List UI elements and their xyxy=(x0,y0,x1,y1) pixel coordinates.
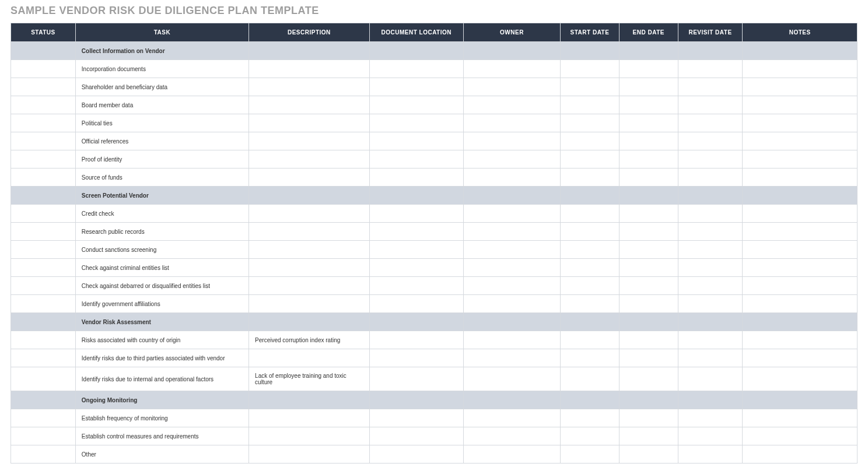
cell-end xyxy=(619,409,678,427)
cell-task: Identify government affiliations xyxy=(75,295,249,313)
cell-notes xyxy=(743,96,858,114)
cell-notes xyxy=(743,60,858,78)
cell-start xyxy=(561,409,620,427)
cell-end xyxy=(619,42,678,60)
cell-task: Political ties xyxy=(75,114,249,132)
cell-owner xyxy=(463,132,560,150)
cell-start xyxy=(561,367,620,391)
cell-revisit xyxy=(678,132,743,150)
section-row: Collect Information on Vendor xyxy=(11,42,858,60)
cell-location xyxy=(369,445,463,464)
cell-location xyxy=(369,349,463,367)
cell-start xyxy=(561,445,620,464)
cell-notes xyxy=(743,78,858,96)
cell-owner xyxy=(463,78,560,96)
col-task: TASK xyxy=(75,23,249,42)
cell-end xyxy=(619,367,678,391)
cell-status xyxy=(11,367,76,391)
cell-revisit xyxy=(678,168,743,187)
cell-task: Collect Information on Vendor xyxy=(75,42,249,60)
cell-description xyxy=(249,259,370,277)
cell-notes xyxy=(743,445,858,464)
cell-description xyxy=(249,313,370,331)
cell-owner xyxy=(463,205,560,223)
cell-owner xyxy=(463,168,560,187)
table-row: Political ties xyxy=(11,114,858,132)
cell-owner xyxy=(463,187,560,205)
cell-notes xyxy=(743,391,858,409)
cell-end xyxy=(619,349,678,367)
col-revisit: REVISIT DATE xyxy=(678,23,743,42)
cell-start xyxy=(561,205,620,223)
table-row: Official references xyxy=(11,132,858,150)
cell-task: Check against debarred or disqualified e… xyxy=(75,277,249,295)
table-row: Conduct sanctions screening xyxy=(11,241,858,259)
cell-notes xyxy=(743,331,858,349)
table-row: Check against debarred or disqualified e… xyxy=(11,277,858,295)
cell-end xyxy=(619,241,678,259)
cell-owner xyxy=(463,331,560,349)
cell-owner xyxy=(463,391,560,409)
cell-description xyxy=(249,277,370,295)
cell-task: Shareholder and beneficiary data xyxy=(75,78,249,96)
cell-start xyxy=(561,313,620,331)
cell-location xyxy=(369,132,463,150)
cell-task: Ongoing Monitoring xyxy=(75,391,249,409)
cell-notes xyxy=(743,168,858,187)
cell-start xyxy=(561,168,620,187)
table-row: Credit check xyxy=(11,205,858,223)
cell-task: Source of funds xyxy=(75,168,249,187)
cell-description xyxy=(249,42,370,60)
cell-end xyxy=(619,60,678,78)
table-row: Establish control measures and requireme… xyxy=(11,427,858,445)
cell-description xyxy=(249,114,370,132)
cell-revisit xyxy=(678,331,743,349)
cell-start xyxy=(561,259,620,277)
cell-status xyxy=(11,168,76,187)
cell-description: Perceived corruption index rating xyxy=(249,331,370,349)
cell-status xyxy=(11,150,76,168)
cell-location xyxy=(369,259,463,277)
cell-status xyxy=(11,60,76,78)
cell-revisit xyxy=(678,96,743,114)
table-row: Proof of identity xyxy=(11,150,858,168)
cell-revisit xyxy=(678,313,743,331)
table-row: Incorporation documents xyxy=(11,60,858,78)
cell-notes xyxy=(743,132,858,150)
cell-revisit xyxy=(678,367,743,391)
cell-status xyxy=(11,78,76,96)
cell-end xyxy=(619,445,678,464)
cell-owner xyxy=(463,42,560,60)
cell-revisit xyxy=(678,60,743,78)
cell-owner xyxy=(463,241,560,259)
cell-location xyxy=(369,277,463,295)
cell-start xyxy=(561,391,620,409)
cell-location xyxy=(369,241,463,259)
cell-owner xyxy=(463,349,560,367)
cell-owner xyxy=(463,313,560,331)
cell-start xyxy=(561,114,620,132)
cell-task: Screen Potential Vendor xyxy=(75,187,249,205)
table-row: Establish frequency of monitoring xyxy=(11,409,858,427)
cell-start xyxy=(561,132,620,150)
cell-description xyxy=(249,187,370,205)
cell-status xyxy=(11,427,76,445)
cell-notes xyxy=(743,241,858,259)
col-location: DOCUMENT LOCATION xyxy=(369,23,463,42)
cell-start xyxy=(561,78,620,96)
cell-description xyxy=(249,150,370,168)
cell-notes xyxy=(743,150,858,168)
cell-start xyxy=(561,349,620,367)
cell-status xyxy=(11,349,76,367)
cell-location xyxy=(369,367,463,391)
cell-revisit xyxy=(678,241,743,259)
cell-description xyxy=(249,349,370,367)
cell-end xyxy=(619,295,678,313)
cell-location xyxy=(369,187,463,205)
cell-notes xyxy=(743,313,858,331)
cell-location xyxy=(369,205,463,223)
table-row: Other xyxy=(11,445,858,464)
cell-description xyxy=(249,223,370,241)
cell-end xyxy=(619,223,678,241)
cell-owner xyxy=(463,60,560,78)
